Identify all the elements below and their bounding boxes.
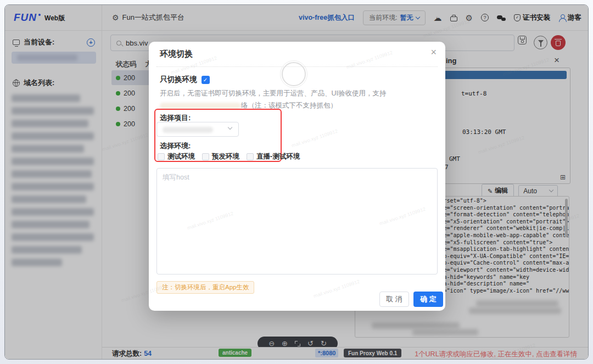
blurred-text <box>160 103 241 109</box>
switch-only-label: 只切换环境 <box>160 75 197 85</box>
confirm-button[interactable]: 确 定 <box>413 292 443 307</box>
checkbox-icon <box>247 153 254 160</box>
loading-spinner <box>282 62 306 86</box>
host-textarea[interactable] <box>156 168 438 275</box>
switch-only-checkbox[interactable] <box>202 76 210 84</box>
blurred-selected-project <box>163 127 213 133</box>
env-option-test[interactable]: 测试环境 <box>158 152 195 161</box>
chevron-down-icon <box>228 125 232 130</box>
modal-close-icon[interactable]: × <box>430 47 437 57</box>
env-option-live-test[interactable]: 直播-测试环境 <box>247 152 300 161</box>
switch-only-row: 只切换环境 <box>160 75 210 85</box>
modal-title: 环境切换 <box>160 49 193 59</box>
app-window: FUN Web版 ⚙ Fun一站式抓包平台 vivo-free抓包入口 当前环境… <box>4 4 589 360</box>
env-options: 测试环境 预发环境 直播-测试环境 <box>158 152 300 161</box>
checkbox-icon <box>158 153 165 160</box>
restart-note: 注：切换环境后，重启App生效 <box>156 281 254 294</box>
desktop-background: FUN Web版 ⚙ Fun一站式抓包平台 vivo-free抓包入口 当前环境… <box>0 0 593 364</box>
checkbox-icon <box>202 153 209 160</box>
cancel-button[interactable]: 取 消 <box>379 292 409 307</box>
env-switch-modal: 环境切换 × 只切换环境 开启后，无需证书即可切换环境，主要用于运营、产品、UI… <box>149 42 445 311</box>
env-option-staging[interactable]: 预发环境 <box>202 152 239 161</box>
env-label: 选择环境: <box>160 141 191 151</box>
project-select[interactable] <box>156 122 239 137</box>
